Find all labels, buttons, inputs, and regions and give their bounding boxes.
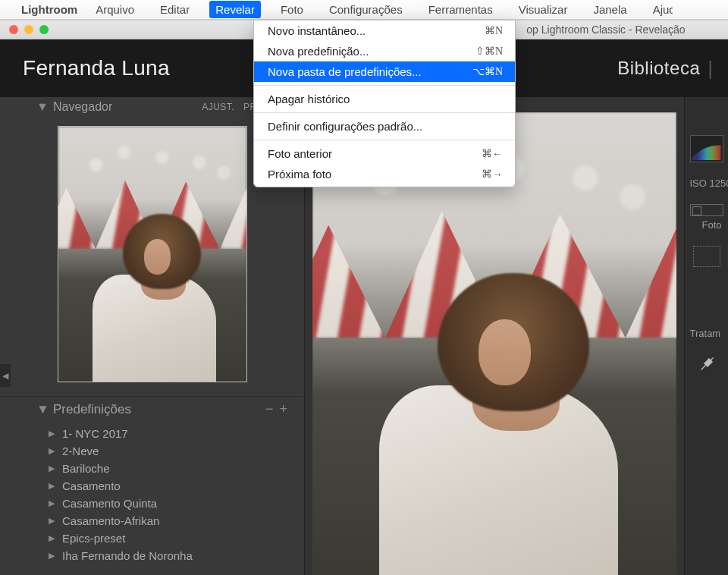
menu-shortcut: ⌘→ [482,168,503,181]
crop-tool-icon[interactable] [693,246,720,267]
preset-label: Iha Fernando de Noronha [62,549,193,562]
navigator-title: Navegador [33,100,196,114]
histogram[interactable] [690,135,723,162]
menu-item-foto-anterior[interactable]: Foto anterior ⌘← [254,143,515,164]
preset-label: 2-Neve [62,445,99,457]
chevron-right-icon: ▶ [49,446,55,456]
navigator-thumbnail[interactable] [58,126,247,382]
menu-shortcut: ⌘← [482,147,503,160]
menu-item-label: Apagar histórico [268,93,350,105]
chevron-right-icon: ▶ [49,429,55,438]
chevron-right-icon: ▶ [49,516,55,526]
preset-folder[interactable]: ▶Bariloche [49,460,304,477]
foto-checkbox-row[interactable] [690,204,723,216]
menu-item-label: Novo instantâneo... [268,24,366,37]
menu-shortcut: ⌘N [485,24,503,37]
right-panel: ISO 1250 Foto Tratam [684,97,728,575]
menu-item-label: Próxima foto [268,168,331,181]
menu-editar[interactable]: Editar [154,1,196,18]
zoom-fit[interactable]: AJUST. [202,102,234,112]
menu-item-definir-config-padrao[interactable]: Definir configurações padrão... [254,116,515,137]
chevron-right-icon: ▶ [49,463,55,473]
preset-label: Casamento Quinta [62,497,157,510]
menu-visualizar[interactable]: Visualizar [513,1,574,18]
menu-item-nova-predefinicao[interactable]: Nova predefinição... ⇧⌘N [254,41,515,61]
revelar-menu-dropdown: Novo instantâneo... ⌘N Nova predefinição… [253,20,516,187]
menu-item-label: Nova pasta de predefinições... [268,65,422,78]
presets-list: ▶1- NYC 2017 ▶2-Neve ▶Bariloche ▶Casamen… [0,422,304,564]
tratamento-label: Tratam [687,328,726,339]
chevron-right-icon: ▶ [49,533,55,543]
zoom-window-button[interactable] [39,25,49,34]
menu-arquivo[interactable]: Arquivo [89,1,140,18]
module-divider: | [708,57,713,80]
preset-folder[interactable]: ▶Casamento-Afrikan [49,512,304,529]
iso-readout: ISO 1250 [687,178,726,189]
preset-label: Bariloche [62,462,110,475]
preset-label: 1- NYC 2017 [62,427,128,440]
menu-separator [254,85,515,86]
identity-plate: Fernanda Luna [23,56,170,80]
preset-folder[interactable]: ▶Casamento [49,477,304,495]
chevron-right-icon: ▶ [49,481,55,491]
menu-janela[interactable]: Janela [587,1,632,18]
disclosure-triangle-icon[interactable]: ▼ [36,100,49,114]
menu-item-nova-pasta-predefinicoes[interactable]: Nova pasta de predefinições... ⌥⌘N [254,61,515,82]
eyedropper-icon[interactable] [698,354,716,372]
menu-configuracoes[interactable]: Configurações [323,1,409,18]
presets-panel-header[interactable]: ▼ Predefinições −+ [0,396,304,422]
menu-item-label: Foto anterior [268,147,332,160]
menu-separator [254,140,515,140]
menu-shortcut: ⇧⌘N [475,45,503,58]
menu-item-label: Nova predefinição... [268,45,369,58]
menu-item-novo-instantaneo[interactable]: Novo instantâneo... ⌘N [254,20,515,41]
menu-item-proxima-foto[interactable]: Próxima foto ⌘→ [254,164,515,187]
menu-revelar[interactable]: Revelar [209,1,261,18]
close-window-button[interactable] [9,25,18,34]
left-panel-collapse[interactable]: ◀ [0,364,11,387]
presets-add-button[interactable]: + [279,401,293,416]
menu-ferramentas[interactable]: Ferramentas [422,1,499,18]
traffic-lights [9,25,49,34]
preset-label: Epics-preset [62,532,125,545]
mac-menubar: Lightroom Arquivo Editar Revelar Foto Co… [0,0,728,20]
presets-remove-button[interactable]: − [265,401,280,416]
menu-shortcut: ⌥⌘N [472,65,503,78]
preset-folder[interactable]: ▶Epics-preset [49,529,304,547]
preset-folder[interactable]: ▶2-Neve [49,442,304,460]
menu-item-label: Definir configurações padrão... [268,120,422,133]
minimize-window-button[interactable] [24,25,33,34]
preset-folder[interactable]: ▶1- NYC 2017 [49,425,304,442]
menu-foto[interactable]: Foto [275,1,309,18]
chevron-right-icon: ▶ [49,551,55,561]
preset-label: Casamento-Afrikan [62,514,159,527]
menu-ajuda[interactable]: Ajuda [647,1,673,18]
module-biblioteca[interactable]: Biblioteca [617,58,700,79]
disclosure-triangle-icon[interactable]: ▼ [36,402,49,417]
menu-separator [254,112,515,113]
chevron-right-icon: ▶ [49,498,55,508]
menu-item-apagar-historico[interactable]: Apagar histórico [254,89,515,109]
foto-label: Foto [687,219,726,231]
preset-folder[interactable]: ▶Iha Fernando de Noronha [49,547,304,564]
preset-folder[interactable]: ▶Casamento Quinta [49,495,304,512]
preset-label: Casamento [62,479,121,492]
menubar-app-name[interactable]: Lightroom [21,3,77,16]
